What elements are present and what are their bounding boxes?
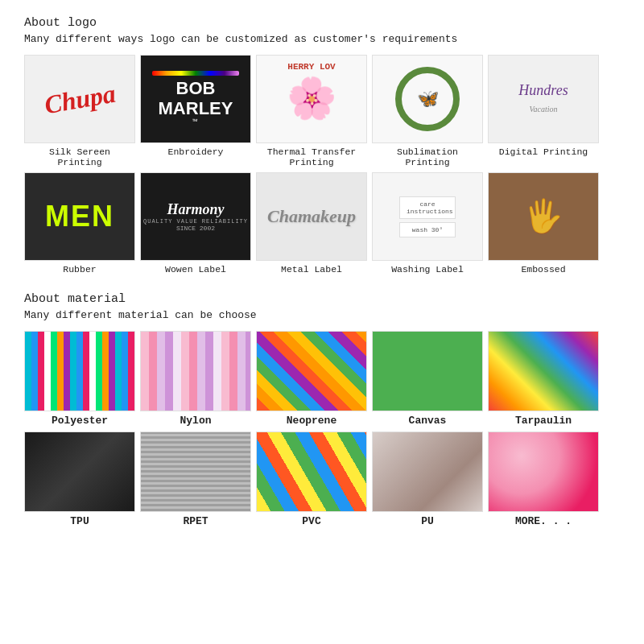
bob-sub: ™ <box>192 118 199 127</box>
polyester-label: Polyester <box>52 415 108 427</box>
men-text: MEN <box>45 200 114 233</box>
rpet-texture <box>141 432 250 511</box>
metal-brand-text: Chamakeup <box>267 206 356 227</box>
list-item: 🌸 HERRY LOV Thermal Transfer Printing <box>256 55 367 167</box>
rubber-label: Rubber <box>63 264 96 275</box>
rainbow-bar <box>152 71 240 76</box>
woven-bg: Harmony QUALITY VALUE RELIABILITY SINCE … <box>141 173 250 260</box>
embossed-image: 🖐️ <box>488 172 599 261</box>
polyester-image <box>24 331 135 411</box>
heart-icon: 🌸 <box>287 75 336 124</box>
digital-label: Digital Printing <box>499 147 588 157</box>
material-row1: Polyester Nylon Neoprene Canvas <box>24 331 620 427</box>
about-material-title: About material <box>24 292 620 306</box>
canvas-image <box>372 331 483 411</box>
embossed-label: Embossed <box>521 264 565 275</box>
about-logo-title: About logo <box>24 16 620 30</box>
metal-label: Metal Label <box>281 264 342 275</box>
logo-row2: MEN Rubber Harmony QUALITY VALUE RELIABI… <box>24 172 620 275</box>
list-item: Chupa Silk Sereen Printing <box>24 55 135 167</box>
sublimation-image: 🦋 <box>372 55 483 143</box>
list-item: Neoprene <box>256 331 367 427</box>
page: About logo Many different ways logo can … <box>0 0 644 548</box>
canvas-texture <box>373 332 482 411</box>
list-item: PU <box>372 431 483 527</box>
washing-card-2: wash 30° <box>399 222 456 237</box>
harmony-sub-text: QUALITY VALUE RELIABILITY <box>143 218 248 225</box>
cherry-bg: 🌸 HERRY LOV <box>257 56 366 142</box>
washing-image: care instructions wash 30° <box>372 172 483 261</box>
list-item: Chamakeup Metal Label <box>256 172 367 275</box>
bob-text: BOBMARLEY <box>159 79 233 118</box>
material-row2: TPU RPET PVC PU <box>24 431 620 527</box>
tpu-texture <box>25 432 134 511</box>
tpu-image <box>24 431 135 512</box>
washing-card-1: care instructions <box>399 196 456 219</box>
list-item: 🖐️ Embossed <box>488 172 599 275</box>
logo-row1: Chupa Silk Sereen Printing BOBMARLEY ™ E… <box>24 55 620 167</box>
embossed-bg: 🖐️ <box>489 173 598 260</box>
about-logo-section: About logo Many different ways logo can … <box>24 16 620 275</box>
pvc-label: PVC <box>302 515 320 527</box>
sublimation-label: Sublimation Printing <box>372 147 483 167</box>
rpet-image <box>140 431 251 512</box>
tarpaulin-image <box>488 331 599 411</box>
washing-cards: care instructions wash 30° <box>399 196 456 237</box>
rubber-image: MEN <box>24 172 135 261</box>
metal-bg: Chamakeup <box>257 173 366 260</box>
harmony-since-text: SINCE 2002 <box>176 225 215 232</box>
list-item: 🦋 Sublimation Printing <box>372 55 483 167</box>
neoprene-texture <box>257 332 366 411</box>
list-item: MORE. . . <box>488 431 599 527</box>
list-item: Canvas <box>372 331 483 427</box>
rubber-bg: MEN <box>25 173 134 260</box>
tpu-label: TPU <box>70 515 89 527</box>
digital-bg: HundresVacation <box>489 56 598 142</box>
embroidery-label: Enbroidery <box>167 147 223 157</box>
rpet-label: RPET <box>183 515 208 527</box>
embroidery-image: BOBMARLEY ™ <box>140 55 251 143</box>
silk-screen-label: Silk Sereen Printing <box>24 147 135 167</box>
wreath-icon: 🦋 <box>395 67 460 131</box>
harmony-main-text: Harmony <box>167 201 224 218</box>
list-item: Harmony QUALITY VALUE RELIABILITY SINCE … <box>140 172 251 275</box>
pvc-image <box>256 431 367 512</box>
tarpaulin-texture <box>489 332 598 411</box>
nylon-image <box>140 331 251 411</box>
woven-label: Wowen Label <box>165 264 226 275</box>
list-item: RPET <box>140 431 251 527</box>
list-item: MEN Rubber <box>24 172 135 275</box>
tarpaulin-label: Tarpaulin <box>515 415 572 427</box>
list-item: TPU <box>24 431 135 527</box>
list-item: Tarpaulin <box>488 331 599 427</box>
wreath-inner-icon: 🦋 <box>417 89 439 110</box>
cherry-text: HERRY LOV <box>287 62 335 72</box>
pu-image <box>372 431 483 512</box>
more-image <box>488 431 599 512</box>
thermal-image: 🌸 HERRY LOV <box>256 55 367 143</box>
neoprene-label: Neoprene <box>287 415 336 427</box>
digital-image: HundresVacation <box>488 55 599 143</box>
nylon-label: Nylon <box>180 415 211 427</box>
more-label: MORE. . . <box>515 515 572 527</box>
washing-label: Washing Label <box>391 264 464 275</box>
bob-marley-bg: BOBMARLEY ™ <box>141 56 250 142</box>
list-item: BOBMARLEY ™ Enbroidery <box>140 55 251 167</box>
digital-brand-text: HundresVacation <box>518 82 568 116</box>
list-item: Polyester <box>24 331 135 427</box>
chupa-bg: Chupa <box>25 56 134 142</box>
neoprene-image <box>256 331 367 411</box>
metal-image: Chamakeup <box>256 172 367 261</box>
about-material-section: About material Many different material c… <box>24 292 620 527</box>
about-material-desc: Many different material can be choose <box>24 309 620 321</box>
pu-label: PU <box>421 515 434 527</box>
more-texture <box>489 432 598 511</box>
washing-bg: care instructions wash 30° <box>373 173 482 260</box>
nylon-texture <box>141 332 250 411</box>
embossed-icon: 🖐️ <box>523 197 564 237</box>
canvas-label: Canvas <box>409 415 447 427</box>
pu-texture <box>373 432 482 511</box>
woven-image: Harmony QUALITY VALUE RELIABILITY SINCE … <box>140 172 251 261</box>
list-item: PVC <box>256 431 367 527</box>
pvc-texture <box>257 432 366 511</box>
